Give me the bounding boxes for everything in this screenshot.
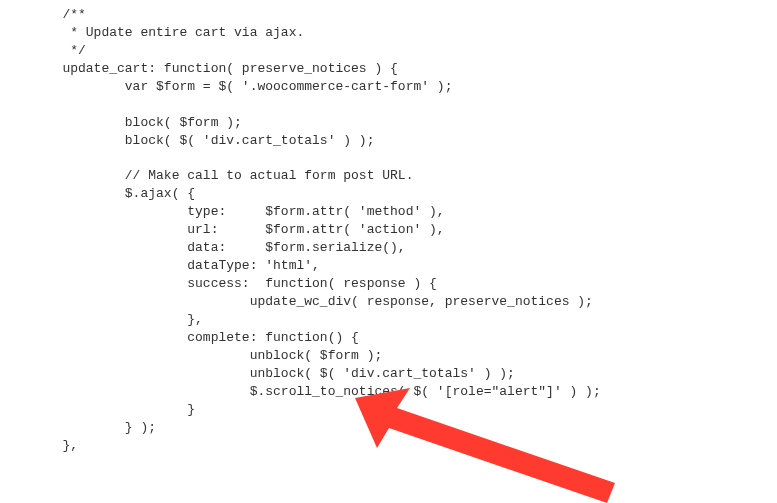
code-line: /**	[0, 6, 777, 24]
code-line: update_wc_div( response, preserve_notice…	[0, 293, 777, 311]
code-line: block( $( 'div.cart_totals' ) );	[0, 132, 777, 150]
code-line: },	[0, 311, 777, 329]
code-line: update_cart: function( preserve_notices …	[0, 60, 777, 78]
code-line: dataType: 'html',	[0, 257, 777, 275]
code-line: }	[0, 401, 777, 419]
code-line: },	[0, 437, 777, 455]
code-line: // Make call to actual form post URL.	[0, 167, 777, 185]
code-line	[0, 96, 777, 114]
code-line: success: function( response ) {	[0, 275, 777, 293]
code-container: /** * Update entire cart via ajax. */ up…	[0, 0, 777, 454]
code-line: $.ajax( {	[0, 185, 777, 203]
code-block: /** * Update entire cart via ajax. */ up…	[0, 0, 777, 454]
code-line: data: $form.serialize(),	[0, 239, 777, 257]
code-line: url: $form.attr( 'action' ),	[0, 221, 777, 239]
code-line: unblock( $( 'div.cart_totals' ) );	[0, 365, 777, 383]
code-line: $.scroll_to_notices( $( '[role="alert"]'…	[0, 383, 777, 401]
code-line: complete: function() {	[0, 329, 777, 347]
code-line: } );	[0, 419, 777, 437]
code-line: var $form = $( '.woocommerce-cart-form' …	[0, 78, 777, 96]
code-line	[0, 150, 777, 168]
code-line: */	[0, 42, 777, 60]
code-line: block( $form );	[0, 114, 777, 132]
code-line: type: $form.attr( 'method' ),	[0, 203, 777, 221]
code-line: * Update entire cart via ajax.	[0, 24, 777, 42]
code-line: unblock( $form );	[0, 347, 777, 365]
